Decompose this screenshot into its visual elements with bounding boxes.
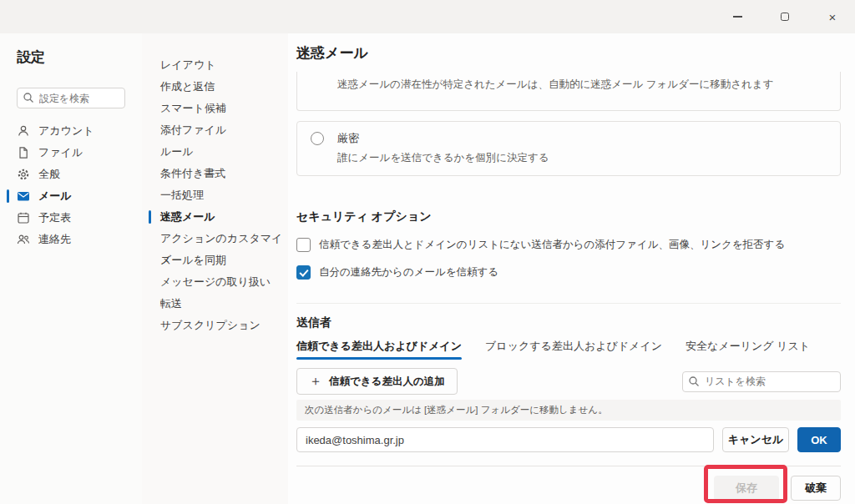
subnav-item-junk-mail[interactable]: 迷惑メール	[142, 206, 288, 228]
senders-tabs: 信頼できる差出人およびドメイン ブロックする差出人およびドメイン 安全なメーリン…	[296, 339, 841, 360]
subnav-item-smart-suggestions[interactable]: スマート候補	[142, 98, 288, 119]
list-search-input[interactable]	[682, 371, 841, 392]
subnav-item-conditional-formatting[interactable]: 条件付き書式	[142, 163, 288, 184]
radio-strict[interactable]	[311, 132, 324, 145]
junk-mail-settings-panel: 迷惑メール 標準 迷惑メールの潜在性が特定されたメールは、自動的に迷惑メール フ…	[288, 33, 855, 504]
subnav-item-sync-mail[interactable]: メールを同期	[142, 249, 288, 271]
tab-safe-senders[interactable]: 信頼できる差出人およびドメイン	[296, 339, 462, 360]
option-description: 誰にメールを送信できるかを個別に決定する	[337, 151, 827, 165]
page-title: 迷惑メール	[296, 43, 841, 63]
person-icon	[17, 124, 30, 138]
sidebar-item-files[interactable]: ファイル	[17, 142, 142, 164]
save-button[interactable]: 保存	[714, 476, 779, 501]
sidebar-item-account[interactable]: アカウント	[17, 120, 142, 142]
titlebar: ×	[0, 0, 855, 33]
settings-sidebar: 設定 アカウント ファイル	[0, 33, 142, 504]
sidebar-item-contacts[interactable]: 連絡先	[17, 229, 142, 250]
file-icon	[17, 146, 30, 159]
settings-title: 設定	[17, 48, 142, 68]
search-icon	[23, 92, 34, 103]
gear-icon	[17, 168, 30, 181]
mail-icon	[17, 189, 30, 203]
subnav-item-subscriptions[interactable]: サブスクリプション	[142, 315, 288, 336]
people-icon	[17, 233, 30, 246]
security-checkbox-row: 自分の連絡先からのメールを信頼する	[296, 265, 841, 280]
discard-button[interactable]: 破棄	[791, 476, 841, 501]
sidebar-item-mail[interactable]: メール	[17, 185, 142, 207]
senders-toolbar: ＋ 信頼できる差出人の追加	[296, 368, 841, 395]
sidebar-item-calendar[interactable]: 予定表	[17, 207, 142, 229]
trust-contacts-checkbox[interactable]	[296, 265, 311, 280]
selected-indicator	[7, 189, 9, 203]
subnav-item-customize-actions[interactable]: アクションのカスタマイズ	[142, 228, 288, 249]
tab-safe-mailing-lists[interactable]: 安全なメーリング リスト	[686, 339, 810, 360]
subnav-item-layout[interactable]: レイアウト	[142, 54, 288, 76]
sidebar-item-label: 予定表	[38, 210, 71, 225]
subnav-item-message-handling[interactable]: メッセージの取り扱い	[142, 271, 288, 293]
section-divider	[296, 303, 841, 304]
footer-actions: 保存 破棄	[296, 466, 841, 501]
selected-indicator	[149, 210, 151, 224]
search-icon	[688, 375, 700, 387]
minimize-icon	[733, 16, 742, 18]
sidebar-item-label: 全般	[38, 167, 60, 182]
safe-senders-info-text: 次の送信者からのメールは [迷惑メール] フォルダーに移動しません。	[296, 400, 841, 421]
calendar-icon	[17, 211, 30, 224]
filter-option-strict[interactable]: 厳密 誰にメールを送信できるかを個別に決定する	[296, 121, 841, 176]
option-description: 迷惑メールの潜在性が特定されたメールは、自動的に迷惑メール フォルダーに移動され…	[337, 78, 827, 92]
tab-blocked-senders[interactable]: ブロックする差出人およびドメイン	[485, 339, 662, 360]
subnav-item-attachments[interactable]: 添付ファイル	[142, 119, 288, 141]
maximize-icon	[781, 13, 789, 21]
filter-option-standard[interactable]: 標準 迷惑メールの潜在性が特定されたメールは、自動的に迷惑メール フォルダーに移…	[296, 72, 841, 111]
sidebar-item-label: メール	[38, 189, 72, 204]
sidebar-item-label: 連絡先	[38, 232, 71, 247]
subnav-item-forwarding[interactable]: 転送	[142, 293, 288, 315]
security-checkbox-row: 信頼できる差出人とドメインのリストにない送信者からの添付ファイル、画像、リンクを…	[296, 238, 841, 252]
security-options-heading: セキュリティ オプション	[296, 209, 841, 224]
minimize-button[interactable]	[725, 4, 750, 29]
maximize-button[interactable]	[772, 4, 797, 29]
senders-heading: 送信者	[296, 315, 841, 330]
settings-window: × 設定 アカウント	[0, 0, 855, 504]
sidebar-item-label: アカウント	[38, 123, 94, 139]
mail-settings-subnav: レイアウト 作成と返信 スマート候補 添付ファイル ルール 条件付き書式 一括処…	[142, 33, 288, 504]
sidebar-item-label: ファイル	[38, 145, 83, 160]
subnav-item-compose-reply[interactable]: 作成と返信	[142, 76, 288, 98]
block-attachments-checkbox[interactable]	[296, 238, 311, 252]
sidebar-item-general[interactable]: 全般	[17, 164, 142, 185]
close-button[interactable]: ×	[820, 4, 845, 29]
sender-address-input[interactable]	[296, 427, 714, 452]
cancel-button[interactable]: キャンセル	[722, 427, 789, 452]
subnav-item-rules[interactable]: ルール	[142, 141, 288, 163]
new-sender-entry-row: キャンセル OK	[296, 427, 841, 452]
add-safe-sender-button[interactable]: ＋ 信頼できる差出人の追加	[296, 368, 458, 395]
subnav-item-sweep[interactable]: 一括処理	[142, 184, 288, 206]
close-icon: ×	[829, 11, 837, 23]
ok-button[interactable]: OK	[797, 427, 841, 452]
plus-icon: ＋	[309, 373, 322, 391]
